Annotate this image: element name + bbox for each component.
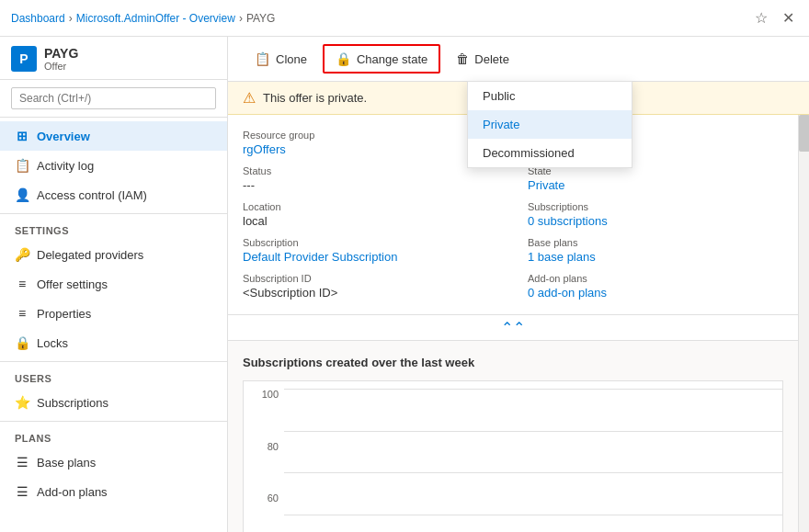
clone-button[interactable]: 📋 Clone <box>243 45 319 73</box>
sidebar-title: PAYG <box>44 46 78 61</box>
locks-icon: 🔒 <box>15 335 29 350</box>
sidebar-item-label-locks: Locks <box>37 336 68 350</box>
resource-group-value[interactable]: rgOffers <box>243 142 498 156</box>
chart-gridline-60 <box>284 472 782 473</box>
content-area: 📋 Clone 🔒 Change state 🗑 Delete Public P… <box>228 37 809 532</box>
dropdown-label-public: Public <box>483 89 515 103</box>
breadcrumb-offer[interactable]: Microsoft.AdminOffer - Overview <box>76 12 235 25</box>
scrollbar-thumb[interactable] <box>799 115 809 152</box>
content-with-scroll: Resource group rgOffers Status --- Locat… <box>228 115 809 532</box>
sidebar-item-locks[interactable]: 🔒 Locks <box>0 328 227 357</box>
sidebar-item-label-addon-plans: Add-on plans <box>37 485 108 499</box>
info-state: State Private <box>528 165 783 192</box>
status-label: Status <box>243 165 498 176</box>
change-state-icon: 🔒 <box>336 51 351 66</box>
info-resource-group: Resource group rgOffers <box>243 130 498 156</box>
addon-plans-icon: ☰ <box>15 484 29 499</box>
subscription-label: Subscription <box>243 237 498 248</box>
delete-button[interactable]: 🗑 Delete <box>444 45 521 73</box>
clone-icon: 📋 <box>255 51 270 66</box>
close-button[interactable]: ✕ <box>779 6 798 30</box>
offer-settings-icon: ≡ <box>15 277 29 291</box>
chart-gridline-80 <box>284 431 782 432</box>
breadcrumb-current: PAYG <box>246 12 276 25</box>
sidebar-item-addon-plans[interactable]: ☰ Add-on plans <box>0 477 227 506</box>
info-subscription: Subscription Default Provider Subscripti… <box>243 237 498 264</box>
scroll-up-button[interactable]: ⌃⌃ <box>501 319 525 336</box>
sidebar-item-subscriptions[interactable]: ⭐ Subscriptions <box>0 388 227 417</box>
sidebar-nav: ⊞ Overview 📋 Activity log 👤 Access contr… <box>0 118 227 532</box>
breadcrumb-dashboard[interactable]: Dashboard <box>11 12 65 25</box>
toolbar: 📋 Clone 🔒 Change state 🗑 Delete Public P… <box>228 37 809 82</box>
chart-plot-area <box>284 389 782 532</box>
delete-icon: 🗑 <box>456 51 469 66</box>
change-state-button[interactable]: 🔒 Change state <box>323 44 440 74</box>
plans-section-header: Plans <box>0 421 227 447</box>
warning-icon: ⚠ <box>243 89 256 107</box>
scrollbar[interactable] <box>798 115 809 532</box>
change-state-label: Change state <box>357 52 427 66</box>
base-plans-count-value[interactable]: 1 base plans <box>528 250 783 264</box>
subscription-id-value: <Subscription ID> <box>243 286 498 300</box>
subscription-value[interactable]: Default Provider Subscription <box>243 250 498 264</box>
sidebar-item-offer-settings[interactable]: ≡ Offer settings <box>0 269 227 299</box>
dropdown-label-decommissioned: Decommissioned <box>483 146 575 160</box>
sidebar-item-label-activity-log: Activity log <box>37 159 94 173</box>
iam-icon: 👤 <box>15 187 29 202</box>
search-input[interactable] <box>11 87 216 109</box>
sidebar-item-label-delegated: Delegated providers <box>37 248 143 262</box>
users-section-header: Users <box>0 361 227 388</box>
resource-group-label: Resource group <box>243 130 498 141</box>
dropdown-item-private[interactable]: Private <box>468 110 632 139</box>
sidebar-item-delegated-providers[interactable]: 🔑 Delegated providers <box>0 240 227 269</box>
info-location: Location local <box>243 201 498 228</box>
info-left-column: Resource group rgOffers Status --- Locat… <box>243 130 498 300</box>
sidebar-item-overview[interactable]: ⊞ Overview <box>0 121 227 151</box>
chart-area: Subscriptions created over the last week… <box>228 341 798 532</box>
breadcrumb: Dashboard › Microsoft.AdminOffer - Overv… <box>11 12 275 25</box>
sidebar-item-label-base-plans: Base plans <box>37 456 96 470</box>
sidebar-title-group: PAYG Offer <box>44 46 78 72</box>
addon-plans-count-value[interactable]: 0 add-on plans <box>528 286 783 300</box>
subscriptions-count-value[interactable]: 0 subscriptions <box>528 214 783 228</box>
warning-text: This offer is private. <box>263 91 367 105</box>
base-plans-icon: ☰ <box>15 455 29 470</box>
sidebar-header: P PAYG Offer <box>0 37 227 80</box>
sidebar-logo: P <box>11 46 37 72</box>
dropdown-item-decommissioned[interactable]: Decommissioned <box>468 139 632 167</box>
info-status: Status --- <box>243 165 498 192</box>
sidebar-item-iam[interactable]: 👤 Access control (IAM) <box>0 180 227 209</box>
addon-plans-count-label: Add-on plans <box>528 273 783 284</box>
overview-icon: ⊞ <box>15 129 29 143</box>
chart-y-80: 80 <box>251 441 279 452</box>
status-value: --- <box>243 178 498 192</box>
dropdown-item-public[interactable]: Public <box>468 82 632 110</box>
info-addon-plans: Add-on plans 0 add-on plans <box>528 273 783 300</box>
delegated-providers-icon: 🔑 <box>15 247 29 262</box>
state-value[interactable]: Private <box>528 178 783 192</box>
sidebar-subtitle: Offer <box>44 61 78 72</box>
location-label: Location <box>243 201 498 212</box>
info-subscription-id: Subscription ID <Subscription ID> <box>243 273 498 300</box>
sidebar-item-activity-log[interactable]: 📋 Activity log <box>0 151 227 180</box>
main-layout: P PAYG Offer ⊞ Overview 📋 Activity log 👤… <box>0 37 809 532</box>
sidebar-item-base-plans[interactable]: ☰ Base plans <box>0 447 227 477</box>
chart-gridline-40 <box>284 515 782 515</box>
sidebar-item-label-subscriptions: Subscriptions <box>37 396 108 410</box>
chart-gridline-100 <box>284 389 782 390</box>
top-bar-actions: ☆ ✕ <box>751 6 798 30</box>
properties-icon: ≡ <box>15 306 29 321</box>
top-bar: Dashboard › Microsoft.AdminOffer - Overv… <box>0 0 809 37</box>
pin-button[interactable]: ☆ <box>751 6 771 30</box>
location-value: local <box>243 214 498 228</box>
sidebar-search <box>0 80 227 118</box>
logo-text: P <box>19 51 28 66</box>
sidebar-item-label-iam: Access control (IAM) <box>37 188 147 202</box>
sidebar: P PAYG Offer ⊞ Overview 📋 Activity log 👤… <box>0 37 228 532</box>
chart-container: 100 80 60 40 <box>243 380 783 532</box>
info-base-plans: Base plans 1 base plans <box>528 237 783 264</box>
sidebar-item-properties[interactable]: ≡ Properties <box>0 299 227 328</box>
settings-section-header: Settings <box>0 213 227 240</box>
chart-y-60: 60 <box>251 492 279 504</box>
chart-y-axis: 100 80 60 40 <box>251 389 279 532</box>
